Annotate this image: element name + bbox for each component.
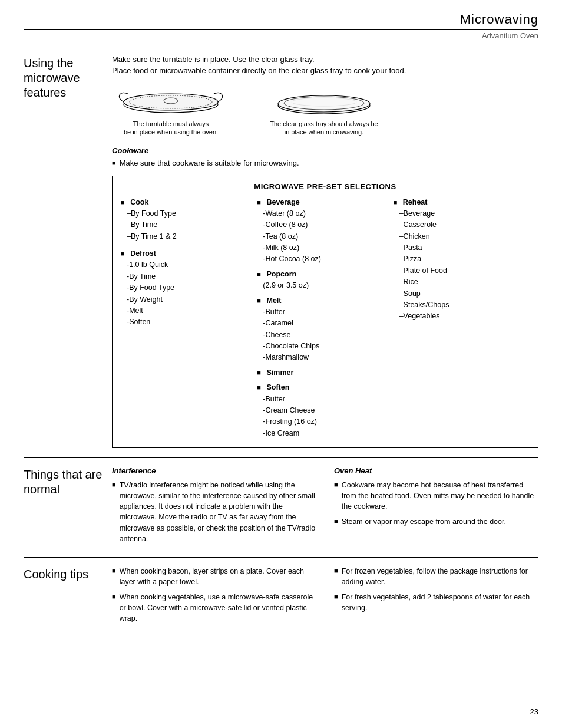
page-number: 23 [530, 707, 538, 716]
page: Microwaving Advantium Oven Using the mic… [0, 0, 562, 728]
preset-col1-defrost: ■ Defrost -1.0 lb Quick -By Time -By Foo… [121, 248, 257, 328]
intro-line-1: Make sure the turntable is in place. Use… [112, 55, 538, 64]
soften-sub-3: -Frosting (16 oz) [257, 416, 393, 427]
interference-title: Interference [112, 466, 316, 475]
beverage-head: Beverage [266, 198, 299, 206]
cookware-bullet-item: ■ Make sure that cookware is suitable fo… [112, 159, 538, 167]
cooking-tips-left-col: ■ When cooking bacon, layer strips on a … [112, 566, 316, 629]
bev-sub-5: -Hot Cocoa (8 oz) [257, 253, 393, 265]
popcorn-head: Popcorn [266, 270, 296, 278]
cooking-tip-1: ■ When cooking bacon, layer strips on a … [112, 566, 316, 587]
reheat-sub-10: –Vegetables [394, 311, 530, 322]
reheat-sub-3: –Chicken [394, 231, 530, 242]
interference-text: TV/radio interference might be noticed w… [120, 480, 316, 544]
preset-col2-popcorn: ■ Popcorn (2.9 or 3.5 oz) [257, 269, 393, 292]
cooking-tip-3-icon: ■ [334, 567, 338, 574]
soften-sub-1: -Butter [257, 394, 393, 405]
cooking-tips-content: ■ When cooking bacon, layer strips on a … [112, 566, 538, 629]
defrost-sub-6: -Soften [121, 317, 257, 328]
interference-bullet: ■ TV/radio interference might be noticed… [112, 480, 316, 544]
things-normal-content: Interference ■ TV/radio interference mig… [112, 466, 538, 549]
preset-box: MICROWAVE PRE-SET SELECTIONS ■ Cook –By … [112, 176, 538, 449]
oven-heat-bullet-2: ■ Steam or vapor may escape from around … [334, 516, 538, 527]
cook-bullet: ■ [121, 199, 125, 206]
top-divider [24, 45, 538, 45]
defrost-sub-1: -1.0 lb Quick [121, 259, 257, 271]
reheat-sub-9: –Steaks/Chops [394, 299, 530, 311]
simmer-head: Simmer [266, 368, 293, 377]
oven-heat-text-1: Cookware may become hot because of heat … [342, 480, 538, 512]
preset-columns: ■ Cook –By Food Type –By Time –By Time 1… [121, 197, 530, 440]
cooking-tip-2-text: When cooking vegetables, use a microwave… [120, 592, 316, 624]
oven-heat-bullet-2-icon: ■ [334, 518, 338, 525]
using-microwave-content: Make sure the turntable is in place. Use… [112, 55, 538, 457]
popcorn-sub-1: (2.9 or 3.5 oz) [257, 280, 393, 291]
cooking-tip-2: ■ When cooking vegetables, use a microwa… [112, 592, 316, 624]
cooking-tip-1-icon: ■ [112, 567, 116, 574]
preset-col-3: ■ Reheat –Beverage –Casserole –Chicken –… [394, 197, 530, 322]
cooking-tip-4: ■ For fresh vegetables, add 2 tablespoon… [334, 592, 538, 613]
cooking-tips-section: Cooking tips ■ When cooking bacon, layer… [24, 558, 538, 629]
preset-col2-simmer: ■ Simmer [257, 367, 393, 378]
cooking-tip-1-text: When cooking bacon, layer strips on a pl… [120, 566, 316, 587]
melt-sub-4: -Chocolate Chips [257, 341, 393, 352]
reheat-sub-7: –Rice [394, 276, 530, 288]
melt-sub-2: -Caramel [257, 318, 393, 329]
cooking-tip-3: ■ For frozen vegetables, follow the pack… [334, 566, 538, 587]
defrost-head: Defrost [130, 249, 156, 258]
reheat-sub-1: –Beverage [394, 208, 530, 219]
cook-sub-3: –By Time 1 & 2 [121, 231, 257, 242]
tray-image-item: The clear glass tray should always be in… [265, 88, 383, 137]
things-normal-label: Things that are normal [24, 466, 112, 549]
page-header: Microwaving Advantium Oven [24, 12, 538, 40]
header-divider [24, 29, 538, 30]
interference-col: Interference ■ TV/radio interference mig… [112, 466, 316, 549]
preset-col2-beverage: ■ Beverage -Water (8 oz) -Coffee (8 oz) … [257, 197, 393, 265]
header-subtitle: Advantium Oven [482, 31, 538, 40]
melt-sub-5: -Marshmallow [257, 352, 393, 363]
reheat-sub-5: –Pizza [394, 253, 530, 265]
oven-heat-bullet-1: ■ Cookware may become hot because of hea… [334, 480, 538, 512]
tray-illustration [271, 88, 377, 117]
defrost-sub-2: -By Time [121, 271, 257, 282]
cookware-bullet-text: Make sure that cookware is suitable for … [120, 159, 299, 167]
turntable-image-item: The turntable must always be in place wh… [112, 82, 230, 137]
preset-title: MICROWAVE PRE-SET SELECTIONS [121, 182, 530, 191]
bev-sub-2: -Coffee (8 oz) [257, 219, 393, 230]
melt-sub-1: -Butter [257, 307, 393, 318]
reheat-sub-4: –Pasta [394, 242, 530, 253]
bev-sub-3: -Tea (8 oz) [257, 231, 393, 242]
popcorn-bullet: ■ [257, 271, 261, 278]
melt-sub-3: -Cheese [257, 330, 393, 341]
cooking-tip-3-text: For frozen vegetables, follow the packag… [342, 566, 538, 587]
preset-col1-cook: ■ Cook –By Food Type –By Time –By Time 1… [121, 197, 257, 243]
melt-bullet: ■ [257, 297, 261, 304]
cooking-tips-label: Cooking tips [24, 566, 112, 629]
soften-sub-4: -Ice Cream [257, 428, 393, 439]
defrost-bullet: ■ [121, 250, 125, 257]
reheat-bullet: ■ [394, 199, 398, 206]
oven-heat-col: Oven Heat ■ Cookware may become hot beca… [334, 466, 538, 549]
cookware-bullet-icon: ■ [112, 159, 116, 166]
tray-caption: The clear glass tray should always be in… [270, 120, 378, 137]
oven-heat-bullet-1-icon: ■ [334, 481, 338, 488]
page-title: Microwaving [460, 12, 538, 27]
cooking-tip-4-icon: ■ [334, 593, 338, 600]
reheat-sub-6: –Plate of Food [394, 265, 530, 276]
cook-head: Cook [130, 198, 148, 206]
soften-sub-2: -Cream Cheese [257, 405, 393, 416]
soften-bullet: ■ [257, 384, 261, 391]
cookware-title: Cookware [112, 146, 538, 155]
things-normal-section: Things that are normal Interference ■ TV… [24, 466, 538, 549]
preset-col3-reheat: ■ Reheat –Beverage –Casserole –Chicken –… [394, 197, 530, 322]
cooking-tip-2-icon: ■ [112, 593, 116, 600]
soften-head: Soften [266, 383, 289, 391]
images-row: The turntable must always be in place wh… [112, 82, 538, 137]
cooking-tips-right-col: ■ For frozen vegetables, follow the pack… [334, 566, 538, 629]
interference-bullet-icon: ■ [112, 481, 116, 488]
turntable-caption: The turntable must always be in place wh… [124, 120, 218, 137]
cook-sub-1: –By Food Type [121, 208, 257, 219]
intro-line-2: Place food or microwavable container dir… [112, 66, 538, 75]
turntable-illustration [115, 82, 227, 117]
defrost-sub-4: -By Weight [121, 294, 257, 305]
